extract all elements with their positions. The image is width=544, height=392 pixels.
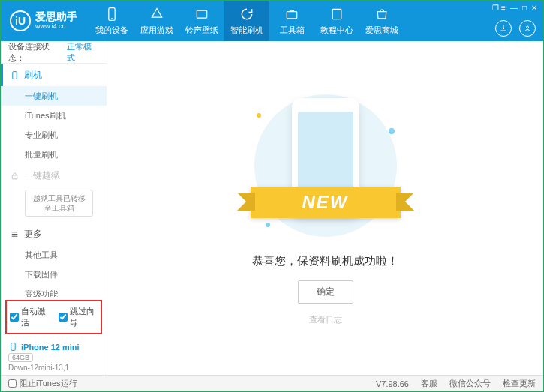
update-link[interactable]: 检查更新 xyxy=(503,378,536,389)
user-button[interactable] xyxy=(519,20,536,37)
list-icon xyxy=(10,229,20,239)
device-name: iPhone 12 mini xyxy=(21,343,80,352)
menu-button[interactable]: ❐ ≡ xyxy=(492,4,506,12)
refresh-icon xyxy=(239,7,254,22)
sidebar-jailbreak-header: 一键越狱 xyxy=(1,164,107,187)
svg-point-1 xyxy=(111,18,113,19)
phone-small-icon xyxy=(10,70,20,80)
view-log-link[interactable]: 查看日志 xyxy=(309,314,342,325)
sidebar-pro-flash[interactable]: 专业刷机 xyxy=(1,125,107,145)
phone-icon xyxy=(104,7,119,22)
success-illustration: NEW xyxy=(243,91,408,241)
store-icon xyxy=(374,7,389,22)
app-title: 爱思助手 xyxy=(35,11,77,22)
nav-apps[interactable]: 应用游戏 xyxy=(134,1,179,41)
sidebar-batch-flash[interactable]: 批量刷机 xyxy=(1,145,107,164)
auto-activate-checkbox[interactable]: 自动激活 xyxy=(10,306,50,328)
connection-status: 设备连接状态：正常模式 xyxy=(1,41,107,64)
download-icon xyxy=(499,24,508,33)
sidebar: 设备连接状态：正常模式 刷机 一键刷机 iTunes刷机 专业刷机 批量刷机 一… xyxy=(1,41,107,375)
apps-icon xyxy=(149,7,164,22)
nav-flash[interactable]: 智能刷机 xyxy=(224,1,269,41)
svg-rect-7 xyxy=(12,175,17,178)
device-phone-icon xyxy=(8,342,18,352)
sidebar-other-tools[interactable]: 其他工具 xyxy=(1,245,107,265)
confirm-button[interactable]: 确定 xyxy=(298,280,353,304)
user-icon xyxy=(523,24,532,33)
svg-rect-2 xyxy=(197,10,206,18)
new-ribbon: NEW xyxy=(251,187,401,218)
version-label: V7.98.66 xyxy=(376,379,409,388)
sidebar-advanced[interactable]: 高级功能 xyxy=(1,284,107,297)
nav-ringtones[interactable]: 铃声壁纸 xyxy=(179,1,224,41)
svg-rect-6 xyxy=(13,71,17,79)
lock-icon xyxy=(10,171,20,181)
sidebar-download-firmware[interactable]: 下载固件 xyxy=(1,265,107,284)
minimize-button[interactable]: — xyxy=(510,4,518,12)
success-message: 恭喜您，保资料刷机成功啦！ xyxy=(252,254,398,268)
svg-rect-8 xyxy=(11,343,15,351)
book-icon xyxy=(329,7,344,22)
skip-wizard-checkbox[interactable]: 跳过向导 xyxy=(59,306,98,328)
sidebar-more-header[interactable]: 更多 xyxy=(1,223,107,245)
wechat-link[interactable]: 微信公众号 xyxy=(449,378,491,389)
logo: iU 爱思助手 www.i4.cn xyxy=(1,1,86,41)
logo-icon: iU xyxy=(10,10,31,31)
block-itunes-checkbox[interactable]: 阻止iTunes运行 xyxy=(8,378,77,389)
main-content: NEW 恭喜您，保资料刷机成功啦！ 确定 查看日志 xyxy=(107,41,543,375)
jailbreak-note: 越狱工具已转移至工具箱 xyxy=(25,190,93,217)
device-model: Down-12mini-13,1 xyxy=(8,364,99,372)
main-nav: 我的设备 应用游戏 铃声壁纸 智能刷机 工具箱 教程中心 爱思商城 xyxy=(89,1,404,41)
nav-tutorials[interactable]: 教程中心 xyxy=(314,1,359,41)
download-button[interactable] xyxy=(495,20,512,37)
sidebar-flash-header[interactable]: 刷机 xyxy=(1,64,107,86)
sidebar-oneclick-flash[interactable]: 一键刷机 xyxy=(1,86,107,106)
svg-rect-4 xyxy=(332,9,341,19)
window-controls: ❐ ≡ — □ ✕ xyxy=(492,4,537,12)
svg-rect-3 xyxy=(287,11,296,18)
nav-toolbox[interactable]: 工具箱 xyxy=(269,1,314,41)
nav-my-device[interactable]: 我的设备 xyxy=(89,1,134,41)
maximize-button[interactable]: □ xyxy=(522,4,527,12)
nav-store[interactable]: 爱思商城 xyxy=(359,1,404,41)
toolbox-icon xyxy=(284,7,299,22)
options-highlight: 自动激活 跳过向导 xyxy=(5,300,102,334)
media-icon xyxy=(194,7,209,22)
app-subtitle: www.i4.cn xyxy=(35,23,77,31)
close-button[interactable]: ✕ xyxy=(531,4,537,12)
status-bar: 阻止iTunes运行 V7.98.66 客服 微信公众号 检查更新 xyxy=(1,375,543,391)
topbar: iU 爱思助手 www.i4.cn 我的设备 应用游戏 铃声壁纸 智能刷机 工具… xyxy=(1,1,543,41)
connection-mode: 正常模式 xyxy=(67,41,99,64)
sidebar-itunes-flash[interactable]: iTunes刷机 xyxy=(1,106,107,125)
storage-badge: 64GB xyxy=(8,353,33,362)
support-link[interactable]: 客服 xyxy=(421,378,437,389)
svg-point-5 xyxy=(527,26,529,28)
device-panel[interactable]: iPhone 12 mini 64GB Down-12mini-13,1 xyxy=(1,337,107,375)
